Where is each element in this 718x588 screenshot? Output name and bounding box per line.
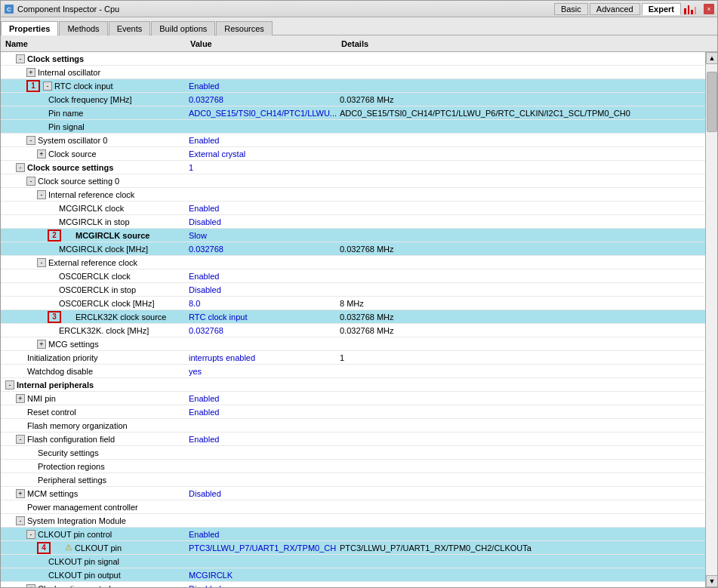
tree-row-watchdog[interactable]: Watchdog disableyes: [1, 365, 705, 378]
tree-row-security_settings[interactable]: Security settings: [1, 446, 705, 460]
row-label-clock_freq: Clock frequency [MHz]: [48, 95, 132, 104]
advanced-mode-button[interactable]: Advanced: [590, 3, 640, 15]
tree-row-pin_name[interactable]: Pin nameADC0_SE15/TSI0_CH14/PTC1/LLWU...…: [1, 106, 705, 120]
expand-btn-internal_periph[interactable]: -: [5, 380, 14, 389]
tree-row-clock_source[interactable]: +Clock sourceExternal crystal: [1, 147, 705, 161]
tree-row-mcgirclk_stop[interactable]: MCGIRCLK in stopDisabled: [1, 215, 705, 229]
tree-row-erclk32k_mhz[interactable]: ERCLK32K. clock [MHz]0.0327680.032768 MH…: [1, 324, 705, 337]
row-label-security_settings: Security settings: [38, 448, 99, 457]
tree-row-internal_osc[interactable]: +Internal oscillator: [1, 66, 705, 79]
cell-name-internal_osc: +Internal oscillator: [1, 68, 186, 77]
chart-icon[interactable]: [683, 3, 698, 15]
expand-btn-mcm_settings[interactable]: +: [16, 489, 25, 498]
tree-row-clkout_pin[interactable]: 4⚠CLKOUT pinPTC3/LLWU_P7/UART1_RX/TPM0_C…: [1, 541, 705, 555]
tree-row-clkout_output[interactable]: CLKOUT pin outputMCGIRCLK: [1, 568, 705, 582]
tab-properties[interactable]: Properties: [1, 21, 58, 35]
tree-row-clock_gate[interactable]: +Clock gating controlDisabled: [1, 582, 705, 587]
expand-btn-clock_gate[interactable]: +: [26, 584, 35, 588]
expand-btn-ext_ref_clock[interactable]: -: [37, 258, 46, 267]
tree-row-sys_osc0[interactable]: -System oscillator 0Enabled: [1, 134, 705, 147]
tree-row-osc0erclk_stop[interactable]: OSC0ERCLK in stopDisabled: [1, 283, 705, 297]
tree-row-clkout_ctrl[interactable]: -CLKOUT pin controlEnabled: [1, 528, 705, 541]
expand-btn-mcg_settings[interactable]: +: [37, 340, 46, 349]
row-label-clkout_output: CLKOUT pin output: [48, 571, 121, 580]
cell-name-watchdog: Watchdog disable: [1, 367, 186, 376]
tree-row-clock_src_settings[interactable]: -Clock source settings1: [1, 161, 705, 174]
tree-row-peripheral_settings[interactable]: Peripheral settings: [1, 473, 705, 487]
cell-value-rtc_clock: Enabled: [186, 82, 337, 91]
expand-btn-flash_config[interactable]: -: [16, 435, 25, 444]
scroll-thumb[interactable]: [707, 72, 717, 132]
tree-container[interactable]: -Clock settings+Internal oscillator1-RTC…: [1, 52, 705, 587]
scroll-down-arrow[interactable]: ▼: [706, 575, 717, 587]
tree-row-rtc_clock[interactable]: 1-RTC clock inputEnabled: [1, 79, 705, 93]
tree-row-mcgirclk_src[interactable]: 2MCGIRCLK sourceSlow: [1, 229, 705, 242]
expand-btn-sys_osc0[interactable]: -: [26, 136, 35, 145]
window-close-button[interactable]: ×: [704, 4, 714, 14]
cell-name-flash_mem: Flash memory organization: [1, 421, 186, 430]
row-label-mcgirclk_src: MCGIRCLK source: [75, 231, 149, 240]
tree-row-erclk32k_src[interactable]: 3ERCLK32K clock sourceRTC clock input0.0…: [1, 310, 705, 324]
cell-value-clkout_ctrl: Enabled: [186, 530, 337, 539]
tree-row-mcg_settings[interactable]: +MCG settings: [1, 337, 705, 351]
scrollbar[interactable]: ▲ ▼: [705, 52, 717, 587]
expand-btn-rtc_clock[interactable]: -: [43, 82, 52, 91]
tree-row-mcgirclk_mhz[interactable]: MCGIRCLK clock [MHz]0.0327680.032768 MHz: [1, 242, 705, 256]
cell-name-clkout_pin: 4⚠CLKOUT pin: [1, 542, 186, 554]
expand-btn-nmi_pin[interactable]: +: [16, 394, 25, 403]
tree-row-osc0erclk_mhz[interactable]: OSC0ERCLK clock [MHz]8.08 MHz: [1, 297, 705, 310]
expand-btn-int_ref_clock[interactable]: -: [37, 190, 46, 199]
cell-value-erclk32k_src: RTC clock input: [186, 312, 337, 322]
cell-value-erclk32k_mhz: 0.032768: [186, 326, 337, 335]
tab-methods[interactable]: Methods: [59, 21, 107, 35]
basic-mode-button[interactable]: Basic: [554, 3, 588, 15]
scroll-up-arrow[interactable]: ▲: [706, 52, 717, 64]
row-label-mcgirclk_mhz: MCGIRCLK clock [MHz]: [59, 245, 148, 254]
cell-value-clock_source: External crystal: [186, 149, 337, 159]
expand-btn-clock_src_settings[interactable]: -: [16, 163, 25, 172]
tree-row-flash_mem[interactable]: Flash memory organization: [1, 419, 705, 433]
tree-row-power_mgmt[interactable]: Power management controller: [1, 500, 705, 514]
row-label-sys_osc0: System oscillator 0: [38, 136, 107, 145]
row-label-nmi_pin: NMI pin: [27, 394, 56, 403]
tree-row-ext_ref_clock[interactable]: -External reference clock: [1, 256, 705, 269]
tree-row-clock_src_setting0[interactable]: -Clock source setting 0: [1, 174, 705, 188]
expand-btn-clkout_ctrl[interactable]: -: [26, 530, 35, 539]
tree-row-mcm_settings[interactable]: +MCM settingsDisabled: [1, 487, 705, 500]
col-header-name: Name: [2, 39, 187, 48]
tree-row-mcgirclk[interactable]: MCGIRCLK clockEnabled: [1, 202, 705, 215]
row-label-flash_mem: Flash memory organization: [27, 421, 128, 430]
tab-build-options[interactable]: Build options: [151, 21, 215, 35]
expert-mode-button[interactable]: Expert: [642, 3, 681, 15]
row-label-mcm_settings: MCM settings: [27, 489, 78, 498]
expand-btn-clock_source[interactable]: +: [37, 149, 46, 159]
tree-row-init_priority[interactable]: Initialization priorityinterrupts enable…: [1, 351, 705, 365]
expand-btn-sim[interactable]: -: [16, 516, 25, 525]
tree-row-osc0erclk[interactable]: OSC0ERCLK clockEnabled: [1, 269, 705, 283]
tree-row-clkout_signal[interactable]: CLKOUT pin signal: [1, 555, 705, 568]
tree-row-sim[interactable]: -System Integration Module: [1, 514, 705, 528]
expand-btn-clock_src_setting0[interactable]: -: [26, 177, 35, 186]
expand-btn-clock_settings[interactable]: -: [16, 54, 25, 63]
cell-name-pin_signal: Pin signal: [1, 122, 186, 131]
tree-row-pin_signal[interactable]: Pin signal: [1, 120, 705, 134]
cell-details-erclk32k_mhz: 0.032768 MHz: [337, 326, 705, 335]
scroll-track[interactable]: [706, 64, 717, 575]
tree-row-clock_settings[interactable]: -Clock settings: [1, 52, 705, 66]
row-label-rtc_clock: RTC clock input: [54, 82, 112, 91]
expand-btn-internal_osc[interactable]: +: [26, 68, 35, 77]
tree-row-internal_periph[interactable]: -Internal peripherals: [1, 378, 705, 392]
tree-row-protection_regions[interactable]: Protection regions: [1, 460, 705, 473]
cell-value-clkout_output: MCGIRCLK: [186, 571, 337, 580]
tab-events[interactable]: Events: [109, 21, 151, 35]
tree-row-flash_config[interactable]: -Flash configuration fieldEnabled: [1, 433, 705, 446]
tree-row-reset_ctrl[interactable]: Reset controlEnabled: [1, 405, 705, 419]
cell-value-mcm_settings: Disabled: [186, 489, 337, 498]
tab-resources[interactable]: Resources: [216, 21, 273, 35]
row-label-clock_src_settings: Clock source settings: [27, 163, 113, 172]
row-label-watchdog: Watchdog disable: [27, 367, 93, 376]
tree-row-int_ref_clock[interactable]: -Internal reference clock: [1, 188, 705, 202]
tree-row-clock_freq[interactable]: Clock frequency [MHz]0.0327680.032768 MH…: [1, 93, 705, 106]
cell-value-nmi_pin: Enabled: [186, 394, 337, 403]
tree-row-nmi_pin[interactable]: +NMI pinEnabled: [1, 392, 705, 405]
